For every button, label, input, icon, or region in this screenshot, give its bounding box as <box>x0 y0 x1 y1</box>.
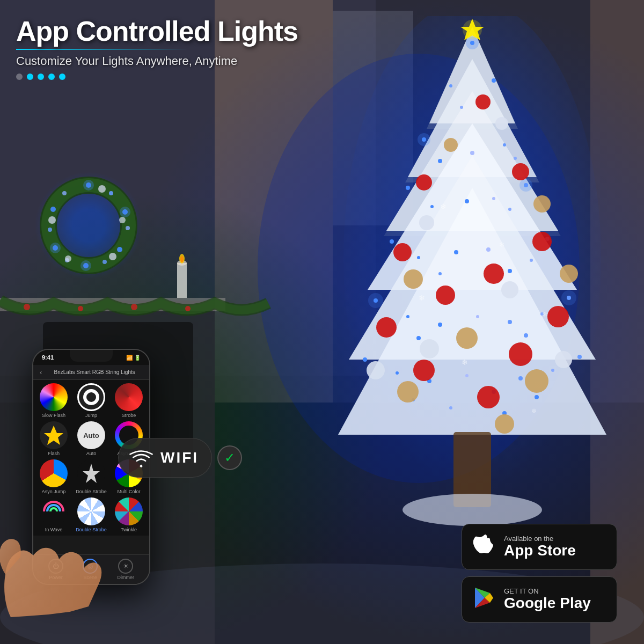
svg-point-14 <box>78 306 83 311</box>
google-play-text: GET IT ON Google Play <box>504 587 591 612</box>
svg-point-48 <box>83 180 94 191</box>
google-play-small-text: GET IT ON <box>504 587 591 595</box>
dimmer-button[interactable]: ☀ Dimmer <box>117 559 134 580</box>
svg-point-128 <box>509 342 532 366</box>
wifi-icon <box>129 446 153 470</box>
svg-point-72 <box>492 78 496 83</box>
svg-point-104 <box>396 371 399 375</box>
dots-indicator <box>16 74 298 80</box>
svg-point-124 <box>484 264 504 284</box>
svg-point-135 <box>456 327 478 349</box>
apple-icon <box>473 534 495 560</box>
svg-point-49 <box>120 207 130 217</box>
svg-point-51 <box>80 260 91 271</box>
svg-point-127 <box>376 317 397 338</box>
dimmer-icon[interactable]: ☀ <box>118 559 133 574</box>
svg-point-134 <box>560 265 578 283</box>
svg-point-77 <box>514 157 517 160</box>
phone-mockup: 9:41 📶 🔋 ‹ BrizLabs Smart RGB String Lig… <box>11 349 161 612</box>
svg-point-98 <box>508 320 512 324</box>
svg-point-142 <box>420 339 439 358</box>
svg-text:❄: ❄ <box>440 202 447 211</box>
title-underline <box>16 49 188 50</box>
wifi-label: WIFI <box>160 449 199 466</box>
svg-point-82 <box>508 208 511 211</box>
dimmer-label: Dimmer <box>117 575 134 580</box>
wifi-box: WIFI <box>118 438 212 478</box>
svg-point-34 <box>126 226 130 230</box>
apple-store-large-text: App Store <box>504 543 576 559</box>
svg-point-129 <box>413 360 435 381</box>
svg-point-107 <box>518 376 523 380</box>
app-item-slow-flash[interactable]: Slow Flash <box>36 383 71 418</box>
app-item-label: Multi Color <box>117 489 140 494</box>
svg-point-99 <box>476 315 479 318</box>
svg-text:❄: ❄ <box>542 311 547 318</box>
svg-point-130 <box>477 386 500 408</box>
app-item-label: Strobe <box>122 413 136 418</box>
svg-point-141 <box>501 281 518 298</box>
dot-5 <box>59 74 65 80</box>
svg-point-136 <box>525 369 548 393</box>
svg-point-143 <box>555 351 572 368</box>
app-item-label: Jump <box>85 413 97 418</box>
svg-point-105 <box>551 369 554 372</box>
header-section: App Controlled Lights Customize Your Lig… <box>16 16 298 80</box>
svg-point-108 <box>465 374 469 377</box>
phone-app-header: ‹ BrizLabs Smart RGB String Lights <box>33 365 149 380</box>
svg-point-95 <box>406 315 409 318</box>
wifi-badge: WIFI ✓ <box>118 438 242 478</box>
svg-point-42 <box>62 191 67 195</box>
svg-point-75 <box>503 143 506 147</box>
svg-point-83 <box>465 199 469 203</box>
svg-point-120 <box>512 163 529 180</box>
google-play-badge[interactable]: GET IT ON Google Play <box>462 576 617 623</box>
app-item-twinkle[interactable]: Twinkle <box>112 497 146 532</box>
svg-point-90 <box>486 247 491 252</box>
svg-point-89 <box>454 250 458 254</box>
svg-point-32 <box>109 191 113 195</box>
app-item-flash[interactable]: Flash <box>36 421 71 456</box>
svg-point-144 <box>367 361 385 379</box>
dot-4 <box>48 74 55 80</box>
app-item-auto[interactable]: Auto Auto <box>74 421 108 456</box>
app-item-strobe[interactable]: Strobe <box>112 383 146 418</box>
svg-point-43 <box>98 185 106 193</box>
page-subtitle: Customize Your Lights Anywhere, Anytime <box>16 54 298 68</box>
dot-1 <box>16 74 23 80</box>
svg-point-123 <box>393 243 412 261</box>
svg-point-91 <box>438 272 442 275</box>
svg-point-47 <box>48 216 56 224</box>
svg-point-84 <box>492 197 495 200</box>
svg-point-16 <box>185 306 191 311</box>
svg-point-40 <box>48 228 52 232</box>
svg-point-139 <box>495 117 508 130</box>
back-icon[interactable]: ‹ <box>40 368 42 376</box>
svg-point-78 <box>470 151 474 155</box>
svg-text:❄: ❄ <box>462 358 468 367</box>
svg-point-73 <box>460 106 463 109</box>
store-badges-container: Available on the App Store GET IT ON Goo… <box>462 524 617 623</box>
phone-time: 9:41 <box>42 354 54 361</box>
dot-2 <box>27 74 33 80</box>
svg-point-100 <box>416 336 421 340</box>
google-play-icon <box>473 587 495 613</box>
app-item-label: Twinkle <box>121 527 137 532</box>
app-item-jump[interactable]: Jump <box>74 383 108 418</box>
svg-point-41 <box>50 207 56 212</box>
svg-point-44 <box>119 217 126 223</box>
apple-store-text: Available on the App Store <box>504 535 576 559</box>
phone-notch <box>70 350 113 362</box>
svg-point-45 <box>109 253 116 260</box>
svg-point-71 <box>449 84 452 87</box>
wreath-decoration <box>30 166 148 284</box>
svg-point-79 <box>406 186 410 190</box>
app-item-label: Slow Flash <box>42 413 65 418</box>
svg-point-146 <box>463 20 482 39</box>
svg-point-88 <box>530 259 533 262</box>
svg-point-76 <box>438 159 442 163</box>
svg-point-140 <box>419 215 434 230</box>
svg-point-132 <box>533 195 551 213</box>
apple-store-badge[interactable]: Available on the App Store <box>462 524 617 570</box>
svg-text:❄: ❄ <box>499 241 504 248</box>
